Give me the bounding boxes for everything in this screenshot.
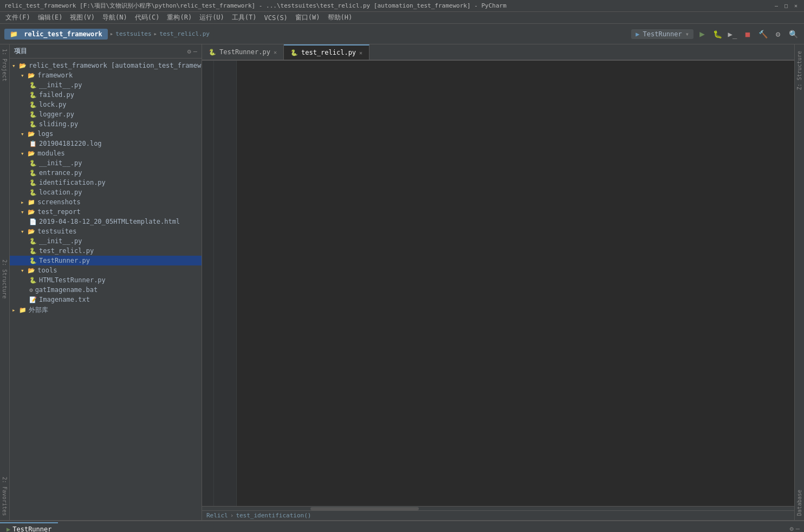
tree-item-screenshots[interactable]: ▸ 📁 screenshots	[10, 197, 202, 207]
tree-item-framework[interactable]: ▾ 📂 framework	[10, 70, 202, 80]
breadcrumb-file: test_relicl.py	[159, 30, 210, 37]
py-icon: 🐍	[29, 277, 37, 284]
py-icon: 🐍	[29, 257, 37, 264]
tree-item-failed_py[interactable]: 🐍 failed.py	[10, 90, 202, 100]
menu-item[interactable]: 文件(F)	[2, 12, 34, 23]
tree-item-lock_py[interactable]: 🐍 lock.py	[10, 100, 202, 109]
run-tab-icon: ▶	[7, 525, 10, 533]
editor-tabs: 🐍TestRunner.py✕🐍test_relicl.py✕	[202, 44, 794, 61]
menu-item[interactable]: 帮助(H)	[325, 12, 356, 23]
menu-item[interactable]: 窗口(W)	[292, 12, 323, 23]
tree-item-testsuites[interactable]: ▾ 📂 testsuites	[10, 226, 202, 236]
right-tab-database[interactable]: Database	[795, 485, 803, 520]
menu-item[interactable]: VCS(S)	[261, 13, 291, 23]
menu-item[interactable]: 运行(U)	[196, 12, 228, 23]
settings-icon-bottom[interactable]: ⚙	[790, 525, 794, 533]
run-tab[interactable]: ▶ TestRunner	[0, 522, 58, 533]
horizontal-scrollbar[interactable]	[202, 506, 794, 510]
editor-tab-test_relicl_py[interactable]: 🐍test_relicl.py✕	[284, 44, 369, 60]
tree-item-location_py[interactable]: 🐍 location.py	[10, 187, 202, 197]
run-button[interactable]: ▶	[696, 28, 709, 41]
menu-item[interactable]: 视图(V)	[67, 12, 98, 23]
tree-item-entrance_py[interactable]: 🐍 entrance.py	[10, 168, 202, 178]
tree-label: __init__.py	[39, 159, 82, 167]
folder-icon: ▾ 📂	[21, 209, 35, 216]
folder-icon: ▸ 📁	[12, 307, 27, 314]
left-strip: 1: Project 2: Structure 2: Favorites	[0, 44, 10, 520]
editor-area: 🐍TestRunner.py✕🐍test_relicl.py✕ Relicl ›…	[202, 44, 794, 520]
project-tree: ▾ 📂 relic_test_framework [automation_tes…	[10, 59, 202, 520]
project-tab-vertical[interactable]: 1: Project	[1, 44, 9, 86]
tree-item-test_relicl_py[interactable]: 🐍 test_relicl.py	[10, 246, 202, 256]
run-config-selector[interactable]: ▶ TestRunner ▾	[631, 29, 693, 39]
tab-close-button[interactable]: ✕	[359, 50, 362, 56]
code-content[interactable]	[237, 61, 794, 506]
tree-item-identification_py[interactable]: 🐍 identification.py	[10, 178, 202, 187]
tree-item-relic_test_framework__automation_test_framework_[interactable]: ▾ 📂 relic_test_framework [automation_tes…	[10, 61, 202, 70]
tree-label: sliding.py	[39, 120, 78, 128]
right-tab-structure[interactable]: Z: Structure	[795, 47, 803, 94]
build-button[interactable]: 🔨	[756, 28, 769, 41]
tree-item-2019_04_18_12_20_05HTMLtemplate_html[interactable]: 📄 2019-04-18-12_20_05HTMLtemplate.html	[10, 217, 202, 226]
menu-item[interactable]: 编辑(E)	[35, 12, 66, 23]
editor-tab-TestRunner_py[interactable]: 🐍TestRunner.py✕	[202, 44, 284, 60]
py-icon: 🐍	[29, 160, 37, 167]
tab-close-button[interactable]: ✕	[274, 49, 277, 55]
project-settings-icon[interactable]: ⚙	[187, 48, 191, 55]
log-icon: 📋	[29, 140, 37, 147]
tree-label: screenshots	[37, 198, 80, 206]
gutter	[202, 61, 214, 506]
tree-item-logger_py[interactable]: 🐍 logger.py	[10, 109, 202, 119]
tree-item-Imagename_txt[interactable]: 📝 Imagename.txt	[10, 295, 202, 304]
py-icon: 🐍	[29, 82, 37, 89]
line-numbers	[214, 61, 237, 506]
collapse-icon-bottom[interactable]: —	[796, 525, 800, 533]
favorites-tab-vertical[interactable]: 2: Favorites	[1, 472, 9, 520]
py-icon: 🐍	[29, 111, 37, 118]
menu-item[interactable]: 导航(N)	[99, 12, 131, 23]
tree-label: TestRunner.py	[39, 257, 90, 264]
settings-button[interactable]: ⚙	[771, 28, 784, 41]
tree-label: identification.py	[39, 179, 106, 186]
stop-button[interactable]: ■	[741, 28, 754, 41]
tree-item-TestRunner_py[interactable]: 🐍 TestRunner.py	[10, 256, 202, 265]
py-icon: 🐍	[29, 238, 37, 245]
tree-item-HTMLTestRunner_py[interactable]: 🐍 HTMLTestRunner.py	[10, 275, 202, 285]
search-button[interactable]: 🔍	[787, 28, 800, 41]
debug-button[interactable]: 🐛	[711, 28, 724, 41]
tree-label: __init__.py	[39, 237, 82, 245]
tree-label: modules	[37, 150, 65, 157]
tree-label: HTMLTestRunner.py	[39, 276, 106, 284]
editor-breadcrumb: Relicl › test_identification()	[202, 510, 794, 520]
tree-item-modules[interactable]: ▾ 📂 modules	[10, 148, 202, 158]
tree-item-logs[interactable]: ▾ 📂 logs	[10, 129, 202, 139]
structure-tab-vertical[interactable]: 2: Structure	[1, 255, 9, 303]
breadcrumb-sep1: ▸	[110, 30, 114, 37]
tree-label: framework	[37, 72, 73, 79]
folder-icon: ▾ 📂	[21, 228, 35, 235]
tree-item-tools[interactable]: ▾ 📂 tools	[10, 265, 202, 275]
gutter-line	[202, 63, 213, 73]
maximize-button[interactable]: □	[782, 2, 790, 10]
tree-item-__init___py[interactable]: 🐍 __init__.py	[10, 80, 202, 90]
tree-item-__init___py[interactable]: 🐍 __init__.py	[10, 158, 202, 168]
tree-label: 2019-04-18-12_20_05HTMLtemplate.html	[39, 218, 180, 225]
close-button[interactable]: ✕	[792, 2, 800, 10]
tree-label: logs	[37, 130, 53, 138]
project-collapse-icon[interactable]: —	[193, 48, 197, 55]
tree-item-__init___py[interactable]: 🐍 __init__.py	[10, 236, 202, 246]
tree-item-test_report[interactable]: ▾ 📂 test_report	[10, 207, 202, 217]
tree-item-sliding_py[interactable]: 🐍 sliding.py	[10, 119, 202, 129]
tree-item-gatImagename_bat[interactable]: ⚙ gatImagename.bat	[10, 285, 202, 295]
tree-item-201904181220_log[interactable]: 📋 201904181220.log	[10, 139, 202, 148]
minimize-button[interactable]: —	[773, 2, 780, 10]
coverage-button[interactable]: ▶̲	[726, 28, 739, 41]
menu-item[interactable]: 重构(R)	[164, 12, 195, 23]
project-name-button[interactable]: 📁 relic_test_framework	[4, 29, 108, 40]
tree-label: Imagename.txt	[39, 296, 90, 303]
run-tab-label: TestRunner	[12, 525, 51, 533]
menu-item[interactable]: 工具(T)	[229, 12, 260, 23]
tree-label: test_relicl.py	[39, 247, 94, 255]
menu-item[interactable]: 代码(C)	[132, 12, 163, 23]
tree-item-___[interactable]: ▸ 📁 外部库	[10, 304, 202, 316]
